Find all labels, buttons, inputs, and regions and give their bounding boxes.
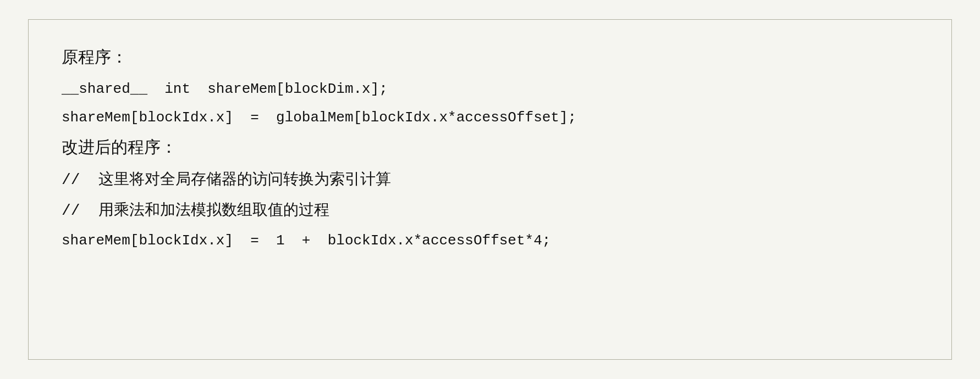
main-content-box: 原程序： __shared__ int shareMem[blockDim.x]… [28, 19, 952, 360]
code-line2: shareMem[blockIdx.x] = globalMem[blockId… [62, 103, 918, 132]
code-line1: __shared__ int shareMem[blockDim.x]; [62, 75, 918, 103]
code-line3: shareMem[blockIdx.x] = 1 + blockIdx.x*ac… [62, 226, 918, 255]
section2-label: 改进后的程序： [62, 132, 918, 165]
comment-line2: // 用乘法和加法模拟数组取值的过程 [62, 196, 918, 226]
comment-line1: // 这里将对全局存储器的访问转换为索引计算 [62, 165, 918, 196]
section1-label: 原程序： [62, 42, 918, 75]
